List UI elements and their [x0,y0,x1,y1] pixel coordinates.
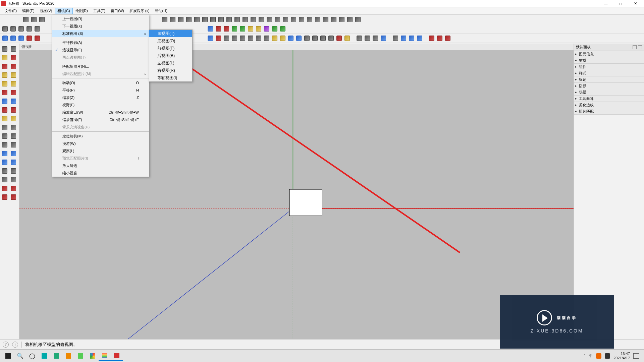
toolbar-button[interactable] [372,35,379,42]
camera-menu-item[interactable]: 标准视图 (S) [52,30,149,37]
tool-section[interactable] [9,141,17,149]
toolbar-button[interactable] [428,35,435,42]
toolbar-button[interactable] [34,35,41,42]
toolbar-button[interactable] [38,16,46,23]
tool-misc4[interactable] [9,193,17,201]
toolbar-button[interactable] [346,16,354,23]
toolbar-button[interactable] [290,16,297,23]
toolbar-button[interactable] [263,25,270,33]
toolbar-button[interactable] [400,35,407,42]
camera-menu-item[interactable]: 缩放范围(E)Ctrl 键+Shift 键+E [52,116,149,123]
tray-pin-icon[interactable] [633,45,637,49]
tool-line[interactable] [1,62,9,70]
menu-file[interactable]: 文件(F) [2,8,19,14]
toolbar-button[interactable] [17,35,25,42]
minimize-button[interactable]: — [598,0,613,7]
menu-camera[interactable]: 相机(C) [55,8,72,14]
toolbar-button[interactable] [217,16,225,23]
action-center-icon[interactable] [633,353,639,359]
tool-move[interactable] [1,106,9,114]
standard-view-item[interactable]: 底视图(O) [149,37,192,45]
toolbar-button[interactable] [161,16,168,23]
camera-menu-item[interactable]: 缩小视窗 [52,169,149,177]
camera-menu-item[interactable]: 平移(P)H [52,86,149,94]
standard-view-item[interactable]: 等轴视图(I) [149,74,192,81]
toolbar-button[interactable] [444,35,451,42]
tool-freehand[interactable] [9,62,17,70]
standard-view-item[interactable]: 顶视图(T) [149,30,192,37]
toolbar-button[interactable] [239,25,246,33]
toolbar-button[interactable] [343,35,351,42]
camera-menu-item[interactable]: 上一视图(R) [52,15,149,22]
tool-polygon[interactable] [9,80,17,88]
tool-tape[interactable] [1,123,9,131]
toolbar-button[interactable] [263,35,270,42]
toolbar-button[interactable] [225,16,233,23]
tool-3dtext[interactable] [9,132,17,140]
menu-edit[interactable]: 编辑(E) [19,8,37,14]
toolbar-button[interactable] [169,16,176,23]
camera-menu-item[interactable]: 放大所选 [52,162,149,169]
toolbar-button[interactable] [223,35,230,42]
camera-menu-item[interactable]: 平行投影(A) [52,39,149,46]
tool-pos[interactable] [9,176,17,184]
toolbar-button[interactable] [311,35,319,42]
tool-paint[interactable] [1,54,9,62]
toolbar-button[interactable] [255,25,262,33]
toolbar-button[interactable] [287,35,294,42]
tool-rect2[interactable] [9,71,17,79]
toolbar-button[interactable] [250,16,257,23]
tool-offset[interactable] [9,97,17,105]
camera-menu-item[interactable]: 下一视图(X) [52,22,149,30]
taskbar-app-chrome[interactable] [87,351,99,361]
tray-section-shadows[interactable]: 阴影 [574,83,644,89]
toolbar-button[interactable] [22,16,30,23]
toolbar-button[interactable] [247,35,254,42]
standard-view-item[interactable]: 左视图(L) [149,59,192,67]
toolbar-button[interactable] [436,35,443,42]
cortana-button[interactable]: ◯ [26,351,38,361]
toolbar-button[interactable] [255,35,262,42]
toolbar-button[interactable] [207,35,214,42]
toolbar-button[interactable] [9,35,17,42]
toolbar-button[interactable] [282,16,289,23]
tool-walk[interactable] [1,167,9,175]
camera-menu-item[interactable]: 透视显示(E) [52,46,149,54]
tool-text[interactable] [1,132,9,140]
toolbar-button[interactable] [233,16,241,23]
camera-menu-item[interactable]: 匹配新照片(N)... [52,63,149,70]
tray-chevron-icon[interactable]: ˄ [584,354,586,358]
toolbar-button[interactable] [185,16,193,23]
tool-circle[interactable] [1,80,9,88]
taskbar-app[interactable] [50,351,62,361]
toolbar-button[interactable] [25,35,33,42]
standard-view-item[interactable]: 前视图(F) [149,45,192,52]
taskbar-app[interactable] [74,351,87,361]
start-button[interactable] [2,351,14,361]
camera-menu-item[interactable]: 视野(F) [52,101,149,109]
taskbar-app[interactable] [99,351,111,361]
tool-orbit[interactable] [1,149,9,158]
close-button[interactable]: ✕ [628,0,643,7]
tray-section-entityinfo[interactable]: 图元信息 [574,51,644,57]
toolbar-button[interactable] [392,35,399,42]
taskbar-app[interactable] [62,351,74,361]
toolbar-button[interactable] [193,16,201,23]
toolbar-button[interactable] [239,35,246,42]
toolbar-button[interactable] [303,35,311,42]
camera-menu-item[interactable]: 缩放窗口(W)Ctrl 键+Shift 键+W [52,109,149,116]
tool-rotate[interactable] [9,106,17,114]
camera-menu-item[interactable]: 漫游(W) [52,140,149,147]
tray-section-soften[interactable]: 柔化边线 [574,102,644,108]
toolbar-button[interactable] [17,25,25,33]
menu-tools[interactable]: 工具(T) [91,8,108,14]
toolbar-button[interactable] [231,25,238,33]
tray-section-components[interactable]: 组件 [574,64,644,70]
menu-window[interactable]: 窗口(W) [108,8,127,14]
tray-close-icon[interactable] [638,45,642,49]
camera-menu-item[interactable]: 转动(O)O [52,79,149,86]
taskbar-app[interactable] [38,351,50,361]
tool-axes[interactable] [1,141,9,149]
toolbar-button[interactable] [25,25,33,33]
tool-rect[interactable] [1,71,9,79]
